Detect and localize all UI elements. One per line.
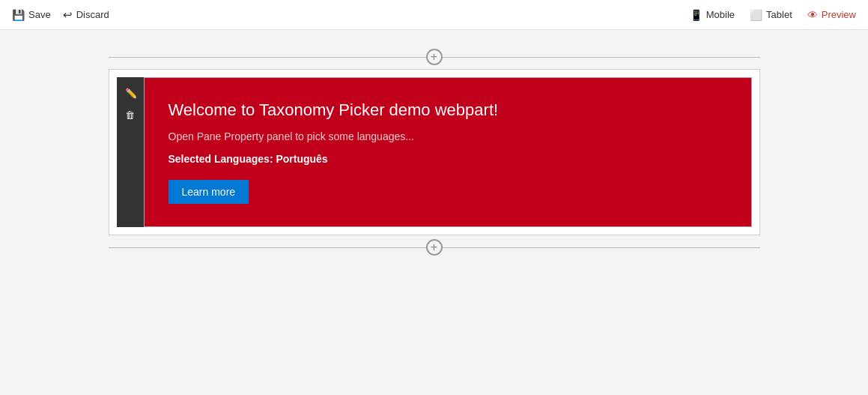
mobile-label: Mobile: [706, 9, 735, 20]
add-row-bottom: +: [109, 240, 760, 255]
webpart-title: Welcome to Taxonomy Picker demo webpart!: [169, 100, 727, 120]
toolbar-left: Save Discard: [12, 8, 109, 22]
add-row-top: +: [109, 49, 760, 64]
save-button[interactable]: Save: [12, 8, 51, 21]
tablet-label: Tablet: [766, 9, 792, 20]
mobile-icon: [690, 8, 702, 21]
add-section-top-button[interactable]: +: [426, 49, 443, 65]
toolbar: Save Discard Mobile Tablet Preview: [0, 0, 868, 30]
add-row-bottom-symbol: +: [431, 241, 437, 253]
discard-icon: [63, 8, 73, 22]
webpart-content: Welcome to Taxonomy Picker demo webpart!…: [144, 77, 752, 227]
preview-button[interactable]: Preview: [807, 8, 856, 21]
delete-webpart-button[interactable]: [120, 104, 141, 125]
section-wrapper: Welcome to Taxonomy Picker demo webpart!…: [109, 69, 760, 235]
pencil-icon: [125, 87, 136, 97]
learn-more-button[interactable]: Learn more: [169, 180, 249, 204]
discard-button[interactable]: Discard: [63, 8, 109, 22]
save-label: Save: [28, 9, 51, 20]
preview-label: Preview: [822, 9, 856, 20]
save-icon: [12, 8, 25, 21]
edit-webpart-button[interactable]: [120, 82, 141, 103]
webpart-subtitle: Open Pane Property panel to pick some la…: [169, 130, 727, 142]
page-zone: + Welcome to Taxonomy Picker demo webpar…: [109, 45, 760, 259]
toolbar-right: Mobile Tablet Preview: [690, 8, 856, 21]
tablet-icon: [750, 8, 762, 21]
discard-label: Discard: [76, 9, 109, 20]
mobile-button[interactable]: Mobile: [690, 8, 735, 21]
preview-icon: [807, 8, 818, 21]
tablet-button[interactable]: Tablet: [750, 8, 792, 21]
webpart-outer: Welcome to Taxonomy Picker demo webpart!…: [117, 77, 752, 227]
side-actions: [117, 77, 144, 227]
add-section-bottom-button[interactable]: +: [426, 239, 443, 256]
trash-icon: [125, 109, 135, 121]
webpart-selected-text: Selected Languages: Português: [169, 153, 727, 165]
canvas: + Welcome to Taxonomy Picker demo webpar…: [0, 30, 868, 395]
add-row-top-symbol: +: [431, 51, 437, 63]
